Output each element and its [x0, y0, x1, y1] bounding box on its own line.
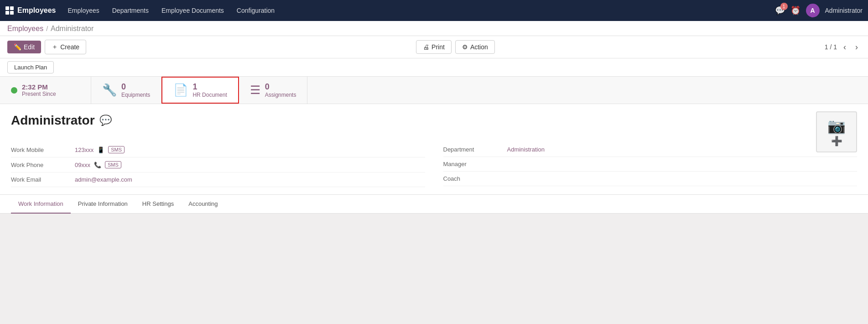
work-email-row: Work Email admin@example.com [11, 172, 425, 187]
present-label: Present Since [22, 91, 56, 97]
manager-row: Manager [443, 157, 858, 172]
equipments-text: 0 Equipments [121, 82, 150, 99]
hr-doc-text: 1 HR Document [192, 82, 227, 99]
main-menu: Employees Departments Employee Documents… [61, 0, 773, 21]
clock-btn[interactable]: ⏰ [790, 5, 800, 16]
toolbar-right: 1 / 1 ‹ › [825, 42, 861, 53]
nav-employees[interactable]: Employees [61, 0, 105, 21]
assignments-text: 0 Assignments [265, 82, 296, 99]
grid-icon [5, 6, 14, 15]
department-row: Department Administration [443, 142, 858, 157]
hr-doc-label: HR Document [192, 92, 227, 98]
work-phone-value[interactable]: 09xxx [75, 162, 90, 168]
hr-doc-count: 1 [192, 82, 227, 92]
employee-name-text: Administrator [11, 113, 95, 128]
work-mobile-sms-badge[interactable]: SMS [108, 146, 125, 153]
tab-work-information[interactable]: Work Information [11, 195, 71, 214]
nav-departments[interactable]: Departments [106, 0, 155, 21]
next-record-button[interactable]: › [852, 42, 861, 53]
work-email-value[interactable]: admin@example.com [75, 176, 132, 183]
present-time: 2:32 PM [22, 83, 56, 91]
assignments-button[interactable]: ☰ 0 Assignments [239, 77, 308, 104]
left-fields: Work Mobile 123xxx 📱 SMS Work Phone 09xx… [11, 142, 425, 187]
username-label[interactable]: Administrator [825, 7, 863, 14]
nav-employee-documents[interactable]: Employee Documents [155, 0, 230, 21]
user-avatar[interactable]: A [806, 4, 820, 17]
top-navigation: Employees Employees Departments Employee… [0, 0, 868, 21]
gear-icon: ⚙ [462, 43, 468, 51]
app-logo[interactable]: Employees [5, 6, 56, 15]
smart-btn-spacer [307, 77, 868, 104]
assignments-label: Assignments [265, 92, 296, 98]
chat-notification-btn[interactable]: 💬 1 [775, 5, 785, 16]
nav-configuration[interactable]: Configuration [230, 0, 281, 21]
tab-hr-settings[interactable]: HR Settings [135, 195, 181, 214]
tab-accounting[interactable]: Accounting [181, 195, 225, 214]
equipments-button[interactable]: 🔧 0 Equipments [91, 77, 161, 104]
breadcrumb: Employees / Administrator [7, 25, 861, 36]
present-status-dot [11, 87, 17, 94]
present-text: 2:32 PM Present Since [22, 83, 56, 97]
smart-buttons-row: 2:32 PM Present Since 🔧 0 Equipments 📄 1… [0, 77, 868, 104]
equipment-icon: 🔧 [102, 83, 117, 97]
toolbar: ✏️ Edit ＋ Create 🖨 Print ⚙ Action 1 / 1 … [0, 36, 868, 58]
app-name: Employees [17, 6, 56, 15]
work-phone-label: Work Phone [11, 162, 75, 168]
edit-icon: ✏️ [14, 43, 21, 51]
tab-private-information[interactable]: Private Information [71, 195, 135, 214]
employee-photo-upload[interactable]: 📷 ➕ [816, 111, 857, 152]
department-value[interactable]: Administration [507, 146, 545, 153]
prev-record-button[interactable]: ‹ [841, 42, 849, 53]
hr-document-button[interactable]: 📄 1 HR Document [161, 77, 239, 104]
topnav-right-section: 💬 1 ⏰ A Administrator [775, 4, 863, 17]
breadcrumb-separator: / [46, 25, 48, 32]
photo-placeholder-icon: 📷 ➕ [827, 117, 846, 146]
coach-label: Coach [443, 175, 507, 182]
assignments-count: 0 [265, 82, 296, 92]
employee-name-display: Administrator 💬 [11, 113, 857, 128]
toolbar-center: 🖨 Print ⚙ Action [90, 40, 821, 54]
mobile-phone-icon: 📱 [97, 146, 104, 153]
work-phone-row: Work Phone 09xxx 📞 SMS [11, 157, 425, 172]
notification-badge: 1 [780, 3, 788, 10]
edit-button[interactable]: ✏️ Edit [7, 41, 41, 53]
work-email-label: Work Email [11, 176, 75, 183]
launch-plan-button[interactable]: Launch Plan [7, 61, 54, 73]
action-button[interactable]: ⚙ Action [455, 40, 495, 54]
coach-row: Coach [443, 172, 858, 186]
chat-bubble-icon[interactable]: 💬 [99, 115, 112, 126]
launch-plan-bar: Launch Plan [0, 58, 868, 77]
right-fields: Department Administration Manager Coach [443, 142, 858, 187]
breadcrumb-current: Administrator [51, 25, 94, 33]
print-icon: 🖨 [423, 43, 429, 51]
department-label: Department [443, 146, 507, 153]
work-mobile-value[interactable]: 123xxx [75, 146, 94, 153]
document-icon: 📄 [173, 83, 188, 97]
employee-form: 📷 ➕ Administrator 💬 Work Mobile 123xxx 📱… [0, 104, 868, 194]
plus-icon: ＋ [52, 43, 58, 51]
pagination-text: 1 / 1 [825, 43, 837, 51]
manager-label: Manager [443, 161, 507, 167]
work-mobile-label: Work Mobile [11, 146, 75, 153]
tabs-bar: Work Information Private Information HR … [0, 194, 868, 214]
work-mobile-row: Work Mobile 123xxx 📱 SMS [11, 142, 425, 157]
equipments-label: Equipments [121, 92, 150, 98]
fields-grid: Work Mobile 123xxx 📱 SMS Work Phone 09xx… [11, 142, 857, 194]
equipments-count: 0 [121, 82, 150, 92]
phone-icon: 📞 [94, 162, 101, 168]
breadcrumb-parent[interactable]: Employees [7, 25, 43, 33]
main-content: 2:32 PM Present Since 🔧 0 Equipments 📄 1… [0, 77, 868, 214]
print-button[interactable]: 🖨 Print [416, 40, 452, 54]
page-header: Employees / Administrator [0, 21, 868, 36]
assignments-icon: ☰ [250, 83, 260, 97]
work-phone-sms-badge[interactable]: SMS [105, 161, 121, 168]
present-since-button[interactable]: 2:32 PM Present Since [0, 77, 91, 104]
create-button[interactable]: ＋ Create [45, 40, 86, 54]
